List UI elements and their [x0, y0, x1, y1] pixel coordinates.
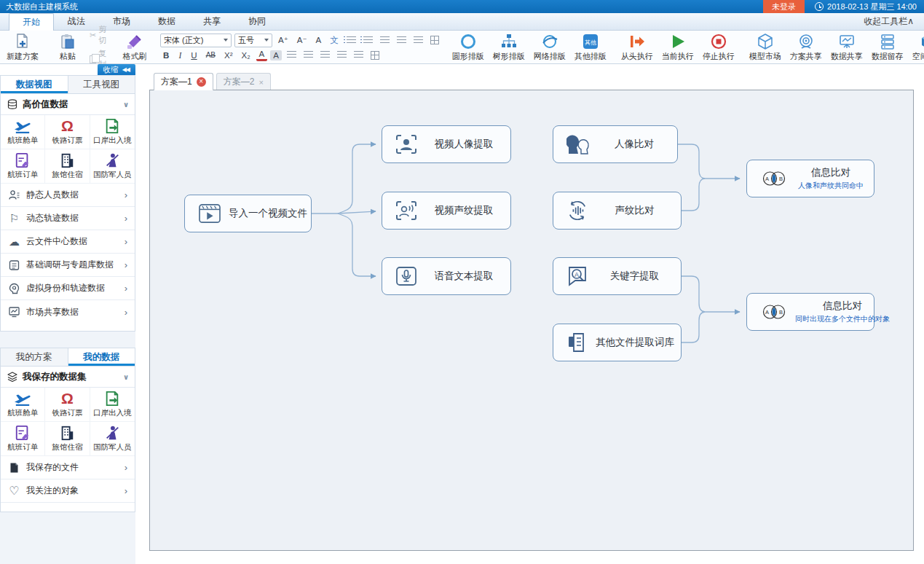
shading-button[interactable]: A: [270, 50, 282, 60]
menu-tab-share[interactable]: 共享: [189, 12, 234, 30]
category-virtual-identity-data[interactable]: 虚拟身份和轨迹数据: [1, 277, 135, 300]
saved-rail-ticket[interactable]: Ω 铁路订票: [45, 388, 90, 422]
align-right-icon[interactable]: [320, 51, 330, 59]
saved-flight-order[interactable]: 航班订单: [1, 422, 45, 456]
menu-tabs: 开始 战法 市场 数据 共享 协同: [0, 12, 280, 30]
close-tab-icon[interactable]: [258, 78, 263, 87]
plan-tab-2[interactable]: 方案—2: [216, 73, 271, 90]
circle-layout-button[interactable]: 圆形排版: [449, 33, 488, 62]
dataset-flight-order[interactable]: 航班订单: [1, 149, 45, 184]
format-painter-button[interactable]: 格式刷: [117, 33, 153, 62]
tab-my-data[interactable]: 我的数据: [68, 348, 135, 366]
align-center-icon[interactable]: [304, 51, 313, 59]
underline-button[interactable]: U: [188, 50, 200, 60]
tree-layout-icon: [500, 33, 518, 50]
menu-tab-collab[interactable]: 协同: [234, 12, 280, 30]
align-left-icon[interactable]: [287, 51, 296, 59]
dataset-border-entry-exit[interactable]: 口岸出入境: [90, 115, 135, 149]
saved-hotel-stay[interactable]: 旅馆住宿: [45, 422, 90, 456]
node-voice-compare[interactable]: 声纹比对: [553, 192, 682, 230]
copy-icon: [90, 55, 96, 63]
grow-font-button[interactable]: A⁺: [275, 34, 291, 46]
dataset-hotel-stay[interactable]: 旅馆住宿: [45, 149, 90, 184]
dataset-flight-manifest[interactable]: 航班舱单: [1, 115, 45, 149]
market-chart-icon: [8, 306, 20, 318]
borders-icon[interactable]: [371, 51, 379, 60]
phonetic-guide-button[interactable]: 文: [327, 34, 341, 47]
line-spacing-icon[interactable]: [354, 51, 363, 59]
main-area: 方案—1 方案—2: [149, 73, 914, 551]
node-face-extract[interactable]: 视频人像提取: [382, 125, 511, 163]
node-info-compare-2[interactable]: A B 信息比对 同时出现在多个文件中的对象: [746, 293, 874, 331]
sort-icon[interactable]: [414, 36, 423, 44]
dataset-rail-ticket[interactable]: Ω 铁路订票: [45, 115, 90, 149]
new-plan-button[interactable]: 新建方案: [3, 33, 42, 62]
indent-decrease-icon[interactable]: [380, 36, 390, 44]
menu-bar: 开始 战法 市场 数据 共享 协同 收起工具栏∧: [0, 13, 924, 31]
dataset-military-personnel[interactable]: 国防军人员: [90, 149, 135, 184]
stop-run-button[interactable]: 停止执行: [699, 33, 738, 62]
data-share-button[interactable]: 数据共享: [827, 33, 866, 62]
tab-my-plans[interactable]: 我的方案: [1, 348, 68, 366]
italic-button[interactable]: I: [175, 50, 185, 60]
data-retention-button[interactable]: 数据留存: [868, 33, 907, 62]
tab-data-view[interactable]: 数据视图: [1, 76, 68, 93]
login-status-badge[interactable]: 未登录: [763, 0, 805, 13]
strikethrough-button[interactable]: AB: [203, 50, 218, 60]
tree-layout-button[interactable]: 树形排版: [489, 33, 529, 62]
node-speech-text[interactable]: 语音文本提取: [382, 257, 511, 295]
my-saved-files[interactable]: 我保存的文件: [1, 456, 135, 479]
flow-canvas[interactable]: 导入一个视频文件 视频人像提取 人像比对: [149, 90, 914, 551]
paste-button[interactable]: 粘贴: [50, 33, 86, 62]
my-followed-objects[interactable]: ♡ 我关注的对象: [1, 479, 135, 503]
clear-format-button[interactable]: A: [313, 35, 325, 45]
head-gear-icon: [8, 283, 20, 294]
node-face-compare[interactable]: 人像比对: [553, 125, 678, 163]
cut-button[interactable]: ✂ 剪切: [87, 24, 115, 46]
run-current-button[interactable]: 当前执行: [658, 33, 698, 62]
run-from-start-button[interactable]: 从头执行: [617, 33, 657, 62]
node-import-video[interactable]: 导入一个视频文件: [184, 195, 312, 232]
saved-military-personnel[interactable]: 国防军人员: [90, 422, 135, 456]
table-grid-icon[interactable]: [430, 36, 439, 44]
space-manage-button[interactable]: 空间管理: [909, 33, 924, 62]
category-dynamic-track-data[interactable]: ⚐ 动态轨迹数据: [1, 207, 135, 230]
category-static-person-data[interactable]: 静态人员数据: [1, 184, 135, 207]
bullet-list-icon[interactable]: [347, 36, 356, 44]
bold-button[interactable]: B: [160, 50, 172, 60]
font-size-select[interactable]: 五号: [234, 34, 272, 47]
node-info-compare-1[interactable]: A B 信息比对 人像和声纹共同命中: [746, 160, 874, 197]
collapse-toolbar-button[interactable]: 收起工具栏∧: [864, 13, 924, 30]
sidebar-collapse-button[interactable]: 收缩: [98, 64, 135, 75]
plan-tab-1[interactable]: 方案—1: [154, 73, 213, 90]
node-title: 信息比对: [795, 166, 866, 179]
font-name-select[interactable]: 宋体 (正文): [160, 34, 232, 47]
node-keyword-extract[interactable]: A 关键字提取: [553, 257, 682, 295]
entry-exit-doc-icon: [103, 391, 121, 407]
category-research-library-data[interactable]: 基础调研与专题库数据: [1, 254, 135, 277]
font-color-button[interactable]: A: [256, 50, 268, 61]
saved-flight-manifest[interactable]: 航班舱单: [1, 388, 45, 422]
numbered-list-icon[interactable]: [363, 36, 373, 44]
saved-border-entry-exit[interactable]: 口岸出入境: [90, 388, 135, 422]
category-cloud-file-data[interactable]: ☁ 云文件中心数据: [1, 230, 135, 254]
menu-tab-data[interactable]: 数据: [144, 12, 189, 30]
close-tab-icon[interactable]: [197, 77, 206, 87]
high-value-data-header[interactable]: 高价值数据: [1, 94, 135, 115]
plan-share-button[interactable]: 方案共享: [786, 33, 826, 62]
model-market-button[interactable]: 模型市场: [746, 33, 785, 62]
network-layout-button[interactable]: 网络排版: [530, 33, 569, 62]
saved-datasets-header[interactable]: 我保存的数据集: [1, 367, 135, 388]
menu-tab-start[interactable]: 开始: [9, 13, 54, 31]
superscript-button[interactable]: X²: [221, 50, 236, 60]
align-justify-icon[interactable]: [337, 51, 347, 59]
tab-tool-view[interactable]: 工具视图: [68, 76, 135, 93]
subscript-button[interactable]: X₂: [238, 50, 253, 60]
node-other-files[interactable]: 其他文件提取词库: [553, 324, 682, 361]
category-market-shared-data[interactable]: 市场共享数据: [1, 300, 135, 324]
shrink-font-button[interactable]: A⁻: [294, 34, 310, 46]
other-layout-button[interactable]: 其他 其他排版: [571, 33, 610, 62]
indent-increase-icon[interactable]: [397, 36, 406, 44]
node-voice-extract[interactable]: 视频声纹提取: [382, 192, 511, 230]
font-row-1: 宋体 (正文) 五号 A⁺ A⁻ A 文: [160, 34, 441, 47]
